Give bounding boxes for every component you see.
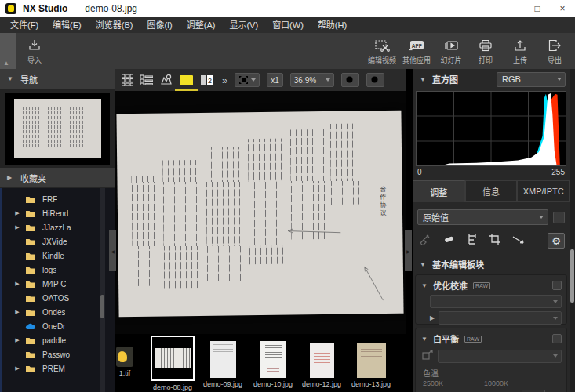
chevron-down-icon[interactable]: ▼ [421, 282, 428, 289]
navigation-preview[interactable] [0, 89, 115, 168]
gray-point-sampler-icon[interactable] [422, 349, 433, 363]
eraser-icon[interactable] [442, 234, 455, 248]
zoom-in-button[interactable] [366, 73, 384, 87]
picture-control-select[interactable] [430, 295, 562, 308]
folder-icon [25, 251, 37, 260]
compare-view-icon[interactable]: 2 [200, 73, 213, 87]
folder-icon [25, 194, 37, 204]
histogram-channel-select[interactable]: RGB [497, 72, 566, 87]
tab-info[interactable]: 信息 [465, 180, 518, 202]
chevron-right-icon: ▶ [7, 174, 13, 181]
picture-control-checkbox[interactable] [552, 281, 562, 290]
fit-to-screen-button[interactable] [235, 73, 260, 87]
right-panel-tabs: 调整 信息 XMP/IPTC [413, 180, 570, 202]
expander-icon[interactable]: ▶ [12, 309, 23, 315]
filmstrip-item-demo-08-selected[interactable]: demo-08.jpg [150, 336, 195, 391]
folder-scrollbar[interactable] [100, 188, 105, 392]
folder-item-jxvide[interactable]: JXVide [2, 234, 115, 249]
crop-icon[interactable] [489, 234, 500, 248]
folder-item-oatos[interactable]: OATOS [2, 291, 115, 305]
svg-text:2: 2 [208, 77, 212, 85]
tab-adjustments[interactable]: 调整 [413, 180, 465, 202]
tab-xmp-iptc[interactable]: XMP/IPTC [517, 180, 570, 202]
svg-text:APP: APP [412, 43, 423, 49]
folder-item-passw[interactable]: Passwo [2, 347, 115, 361]
image-canvas[interactable]: 合作协议 [115, 91, 406, 334]
minimize-button[interactable]: – [500, 0, 525, 17]
menu-help[interactable]: 帮助(H) [311, 17, 354, 33]
close-button[interactable]: × [550, 0, 575, 17]
chevron-right-icon[interactable]: ▶ [430, 314, 435, 321]
picture-control-sub-select[interactable] [439, 311, 562, 325]
export-icon [548, 38, 562, 53]
expander-icon[interactable]: ▶ [12, 224, 23, 230]
chevron-down-icon[interactable]: ▼ [421, 336, 428, 343]
basic-edit-section-header[interactable]: ▼ 基本编辑板块 [413, 256, 570, 273]
expander-icon[interactable]: ▶ [12, 281, 23, 287]
menu-browser[interactable]: 浏览器(B) [89, 17, 140, 33]
edit-video-button[interactable]: 编辑视频 [366, 33, 398, 69]
histogram-header[interactable]: ▼ 直方图 RGB [413, 69, 570, 89]
more-tools-chevrons[interactable]: » [220, 74, 227, 86]
right-panel-scrollbar[interactable] [570, 69, 575, 392]
retouch-brush-icon[interactable] [419, 234, 431, 248]
folder-item-paddle[interactable]: ▶paddle [2, 333, 115, 347]
chevron-down-icon: ▼ [420, 261, 426, 268]
zoom-level-select[interactable]: 36.9% [290, 73, 334, 87]
menu-view[interactable]: 显示(V) [222, 17, 265, 33]
list-view-icon[interactable] [140, 73, 153, 87]
folder-icon [25, 209, 37, 218]
folder-item-jjazzla[interactable]: ▶JJazzLa [2, 220, 115, 234]
navigation-header[interactable]: ▼ 导航 [0, 69, 115, 89]
folder-icon [25, 350, 37, 359]
chevron-down-icon: ▼ [7, 75, 13, 82]
maximize-button[interactable]: □ [525, 0, 550, 17]
grid-view-icon[interactable] [122, 73, 133, 87]
print-button[interactable]: 打印 [470, 33, 501, 69]
white-balance-checkbox[interactable] [552, 334, 562, 343]
straighten-icon[interactable] [512, 234, 525, 248]
folder-item-logs[interactable]: logs [2, 263, 115, 277]
map-view-icon[interactable] [160, 73, 173, 87]
menu-window[interactable]: 窗口(W) [265, 17, 311, 33]
menu-edit[interactable]: 编辑(E) [45, 17, 89, 33]
favorites-header[interactable]: ▶ 收藏夹 [0, 168, 115, 188]
folder-item-prem[interactable]: ▶PREM [2, 361, 115, 376]
zoom-out-button[interactable] [341, 73, 359, 87]
expander-icon[interactable]: ▶ [12, 210, 23, 216]
right-splitter-handle[interactable]: ▶ [405, 230, 412, 271]
filmstrip-item-demo-13[interactable]: demo-13.jpg [346, 343, 396, 388]
white-balance-select[interactable] [438, 350, 562, 363]
preset-select[interactable]: 原始值 [417, 209, 548, 225]
folder-item-onedrive[interactable]: OneDr [2, 319, 115, 333]
menu-image[interactable]: 图像(I) [140, 17, 179, 33]
actual-size-button[interactable]: x1 [267, 73, 283, 87]
folder-item-frf[interactable]: FRF [2, 192, 115, 206]
nx-studio-window: NX Studio demo-08.jpg – □ × 文件(F) 编辑(E) … [0, 0, 575, 392]
slideshow-button[interactable]: 幻灯片 [435, 33, 467, 69]
levels-tree-icon[interactable] [467, 234, 478, 248]
folder-item-kindle[interactable]: Kindle [2, 249, 115, 263]
toolbar-collapse-strip[interactable]: ▲ [0, 33, 16, 69]
folder-item-hirend[interactable]: ▶HiRend [2, 206, 115, 220]
filmstrip-item-tif[interactable]: 1.tif [115, 347, 140, 377]
expander-icon[interactable]: ▶ [12, 365, 23, 372]
filmstrip-item-demo-12[interactable]: demo-12.jpg [299, 343, 344, 388]
folder-item-ondes[interactable]: ▶Ondes [2, 305, 115, 319]
adjust-tools-row: ⚙ [419, 230, 565, 251]
other-apps-button[interactable]: APP 其他应用 [401, 33, 432, 69]
folder-item-m4p[interactable]: ▶M4P C [2, 277, 115, 291]
menu-adjust[interactable]: 调整(A) [180, 17, 223, 33]
export-button[interactable]: 导出 [539, 33, 570, 69]
filmstrip-item-demo-10[interactable]: demo-10.jpg [250, 341, 296, 388]
filmstrip-item-demo-09[interactable]: demo-09.jpg [200, 341, 246, 388]
expander-icon[interactable]: ▶ [12, 337, 23, 343]
gear-icon[interactable]: ⚙ [548, 233, 565, 249]
menu-file[interactable]: 文件(F) [3, 17, 45, 33]
left-splitter-handle[interactable]: ◀ [109, 230, 116, 271]
upload-button[interactable]: 上传 [504, 33, 536, 69]
title-bar: NX Studio demo-08.jpg – □ × [0, 0, 575, 17]
import-button[interactable]: 导入 [19, 33, 50, 69]
preset-save-button[interactable] [553, 212, 565, 223]
image-view-button-active[interactable] [180, 75, 193, 85]
